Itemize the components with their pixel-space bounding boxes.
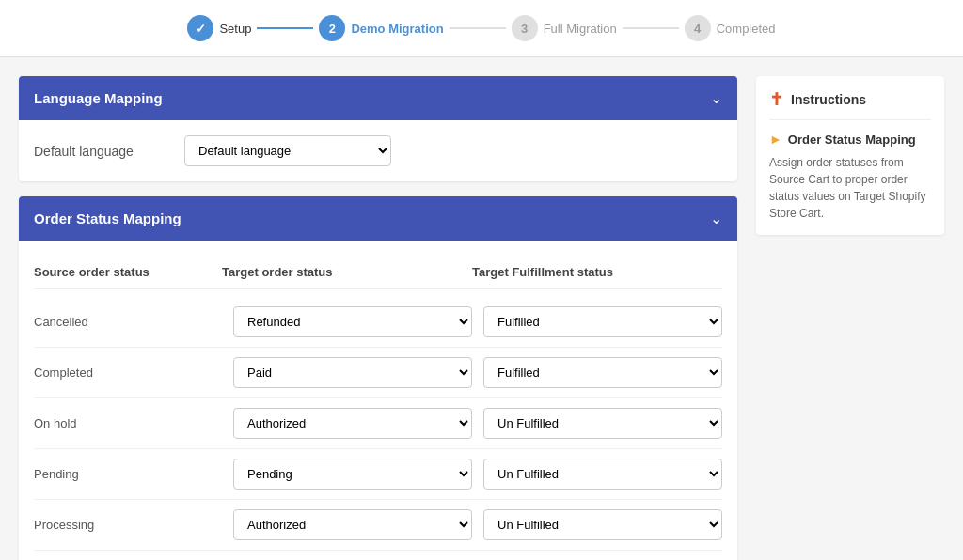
step-demo: 2 Demo Migration [319,15,443,41]
left-panel: Language Mapping ⌄ Default language Defa… [19,76,737,560]
order-status-mapping-section: Order Status Mapping ⌄ Source order stat… [19,196,737,560]
default-language-row: Default language Default language Englis… [34,135,722,166]
step-line-3 [623,27,679,29]
instructions-panel: ✝ Instructions ► Order Status Mapping As… [756,76,944,235]
order-table-header: Source order status Target order status … [34,256,722,289]
step-label-completed: Completed [717,22,776,36]
table-row: Processing AuthorizedRefundedPaidPending… [34,500,722,551]
table-row: Refunded RefundedPaidAuthorizedPendingCa… [34,551,722,560]
instructions-description: Assign order statuses from Source Cart t… [769,154,931,222]
instructions-icon: ✝ [769,89,783,110]
target-fulfillment-cancelled[interactable]: FulfilledUn FulfilledPartial [483,306,722,337]
source-completed: Completed [34,366,222,380]
step-label-full: Full Migration [544,22,617,36]
orange-arrow-icon: ► [769,132,782,147]
target-order-completed[interactable]: PaidRefundedAuthorizedPendingCancelled [233,357,472,388]
target-fulfillment-pending[interactable]: Un FulfilledFulfilledPartial [483,459,722,490]
target-order-cancelled[interactable]: RefundedPaidAuthorizedPendingCancelled [233,306,472,337]
order-status-mapping-header: Order Status Mapping ⌄ [19,196,737,241]
instructions-title: Instructions [791,92,866,107]
target-fulfillment-processing[interactable]: Un FulfilledFulfilledPartial [483,509,722,540]
default-language-select[interactable]: Default language English French German S… [184,135,391,166]
main-content: Language Mapping ⌄ Default language Defa… [0,57,963,560]
order-status-mapping-title: Order Status Mapping [34,210,182,226]
table-row: Cancelled RefundedPaidAuthorizedPendingC… [34,297,722,348]
order-status-mapping-body: Source order status Target order status … [19,241,737,560]
step-line-1 [257,27,313,29]
step-circle-demo: 2 [319,15,345,41]
col-source: Source order status [34,265,222,279]
table-row: Pending PendingRefundedPaidAuthorizedCan… [34,449,722,500]
language-mapping-title: Language Mapping [34,90,163,106]
target-order-onhold[interactable]: AuthorizedRefundedPaidPendingCancelled [233,408,472,439]
target-fulfillment-completed[interactable]: FulfilledUn FulfilledPartial [483,357,722,388]
col-target-fulfillment: Target Fulfillment status [472,265,722,279]
language-mapping-body: Default language Default language Englis… [19,120,737,181]
step-completed: 4 Completed [685,15,776,41]
instructions-title-row: ✝ Instructions [769,89,931,120]
step-circle-setup: ✓ [187,15,213,41]
step-label-demo: Demo Migration [351,22,443,36]
source-onhold: On hold [34,416,222,430]
target-fulfillment-onhold[interactable]: Un FulfilledFulfilledPartial [483,408,722,439]
language-mapping-chevron-icon[interactable]: ⌄ [710,89,722,107]
right-panel: ✝ Instructions ► Order Status Mapping As… [756,76,944,560]
table-row: On hold AuthorizedRefundedPaidPendingCan… [34,398,722,449]
step-circle-full: 3 [512,15,538,41]
source-cancelled: Cancelled [34,315,222,329]
language-mapping-header: Language Mapping ⌄ [19,76,737,120]
stepper: ✓ Setup 2 Demo Migration 3 Full Migratio… [187,15,775,41]
instructions-order-status-label: Order Status Mapping [788,132,916,147]
instructions-section-title: ► Order Status Mapping [769,132,931,147]
default-language-label: Default language [34,144,166,159]
step-label-setup: Setup [219,22,251,36]
language-mapping-section: Language Mapping ⌄ Default language Defa… [19,76,737,181]
step-setup: ✓ Setup [187,15,251,41]
col-target-order: Target order status [222,265,472,279]
source-processing: Processing [34,518,222,532]
order-status-mapping-chevron-icon[interactable]: ⌄ [710,210,722,227]
step-full: 3 Full Migration [512,15,617,41]
step-circle-completed: 4 [685,15,711,41]
order-status-table: Source order status Target order status … [34,256,722,560]
target-order-processing[interactable]: AuthorizedRefundedPaidPendingCancelled [233,509,472,540]
source-pending: Pending [34,467,222,481]
target-order-pending[interactable]: PendingRefundedPaidAuthorizedCancelled [233,459,472,490]
step-line-2 [450,27,506,29]
table-row: Completed PaidRefundedAuthorizedPendingC… [34,348,722,398]
stepper-bar: ✓ Setup 2 Demo Migration 3 Full Migratio… [0,0,963,57]
